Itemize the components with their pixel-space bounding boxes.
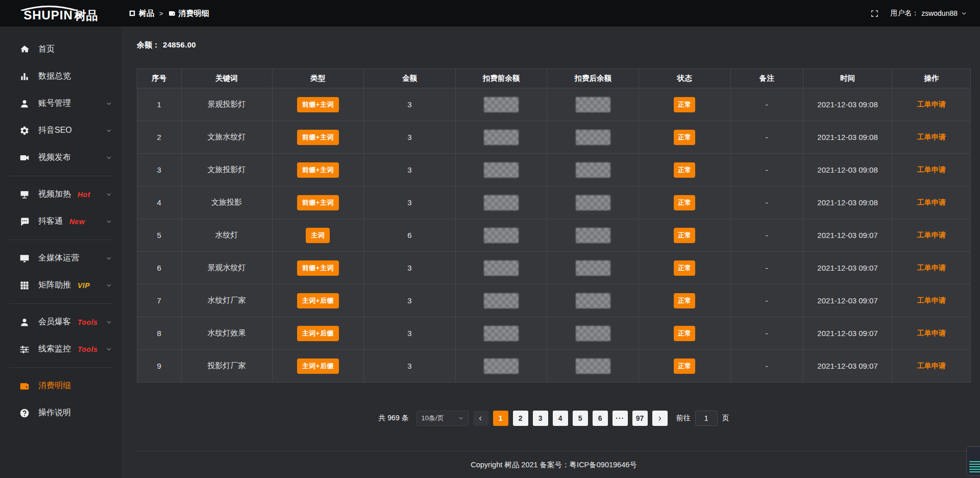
work-order-link[interactable]: 工单申请 [917,133,946,141]
sidebar-item[interactable]: 抖音SEO [0,117,121,144]
cell-status: 正常 [639,284,731,317]
page-size-value: 10条/页 [422,414,444,423]
cell-keyword: 水纹灯 [181,219,272,252]
sidebar-divider [9,176,112,176]
chevron-left-icon [478,416,483,421]
work-order-link[interactable]: 工单申请 [917,329,946,337]
goto-page-input[interactable] [695,411,718,426]
question-icon [19,408,30,418]
breadcrumb-item[interactable]: 树品 [129,9,154,18]
next-page-button[interactable] [652,411,668,426]
chevron-right-icon [657,416,663,421]
sidebar-item[interactable]: 消费明细 [0,372,121,399]
masked-balance-after [576,228,610,243]
table-row: 3文旅投影灯前缀+主词3正常-2021-12-03 09:08工单申请 [137,154,971,186]
table-row: 2文旅水纹灯前缀+主词3正常-2021-12-03 09:08工单申请 [137,121,971,154]
cell-type: 前缀+主词 [272,88,364,121]
fullscreen-icon[interactable] [870,9,879,18]
sidebar-item[interactable]: 视频发布 [0,144,121,171]
cell-time: 2021-12-03 09:08 [803,121,892,154]
more-pages-button[interactable]: ··· [612,411,628,426]
cell-time: 2021-12-03 09:08 [803,186,892,219]
chevron-down-icon [106,155,112,160]
work-order-link[interactable]: 工单申请 [917,100,946,108]
cell-action: 工单申请 [892,350,971,383]
breadcrumb-label: 消费明细 [179,9,209,18]
sidebar-item[interactable]: 视频加热Hot [0,181,121,208]
masked-balance-after [576,130,610,145]
cell-remark: - [730,154,803,186]
user-menu[interactable]: 用户名： zswodun88 [890,9,967,18]
type-badge: 主词 [306,228,330,243]
page-button[interactable]: 1 [493,411,508,426]
page-button[interactable]: 5 [573,411,588,426]
cell-type: 主词+后缀 [272,317,364,350]
widget-stripe [969,466,980,467]
type-badge: 前缀+主词 [297,260,339,276]
work-order-link[interactable]: 工单申请 [917,165,946,174]
grid-icon [19,280,30,291]
chat-widget[interactable] [966,446,980,476]
sidebar-item[interactable]: 账号管理 [0,90,121,117]
masked-balance-after [576,162,610,178]
work-order-link[interactable]: 工单申请 [917,198,946,206]
sidebar-item[interactable]: 数据总览 [0,63,121,90]
page-button[interactable]: 2 [513,411,528,426]
prev-page-button[interactable] [473,411,488,426]
masked-balance-after [576,260,610,276]
sidebar-item[interactable]: 会员爆客Tools [0,308,121,336]
chevron-down-icon [106,219,112,224]
cell-balance-before [455,219,547,252]
work-order-link[interactable]: 工单申请 [917,296,946,304]
work-order-link[interactable]: 工单申请 [917,264,946,272]
sidebar-item[interactable]: 操作说明 [0,399,121,426]
balance-label: 余额： [137,40,160,49]
cell-status: 正常 [639,317,731,350]
chevron-down-icon [961,11,967,16]
sidebar-item[interactable]: 抖客通New [0,208,121,235]
wallet-icon [168,10,176,17]
breadcrumb: 树品>消费明细 [129,9,209,18]
breadcrumb-label: 树品 [139,9,154,18]
cell-balance-before [455,154,547,186]
type-badge: 前缀+主词 [297,97,339,112]
sidebar-item-label: 抖客通 [38,216,63,227]
sidebar-item[interactable]: 全媒体运营 [0,245,121,272]
cell-time: 2021-12-03 09:07 [803,350,892,383]
sidebar-item[interactable]: 线索监控Tools [0,336,121,363]
page-button[interactable]: 3 [533,411,548,426]
cell-index: 2 [137,121,182,154]
cell-action: 工单申请 [892,186,971,219]
sidebar-item-label: 抖音SEO [38,125,72,136]
sidebar-item-label: 账号管理 [38,98,71,109]
work-order-link[interactable]: 工单申请 [917,231,946,239]
breadcrumb-item[interactable]: 消费明细 [168,9,209,18]
logo[interactable]: SHUPIN 树品 [0,0,121,27]
column-header: 类型 [272,69,364,88]
table-row: 4文旅投影前缀+主词3正常-2021-12-03 09:08工单申请 [137,186,971,219]
cell-balance-after [547,121,639,154]
masked-balance-after [576,293,610,308]
status-badge: 正常 [674,195,695,210]
sidebar-item[interactable]: 矩阵助推VIP [0,272,121,299]
sidebar-item[interactable]: 首页 [0,36,121,63]
chevron-down-icon [106,255,112,261]
pagination: 共 969 条10条/页123456···97前往页 [137,411,971,426]
cell-index: 9 [137,350,182,383]
type-badge: 主词+后缀 [297,358,339,374]
masked-balance-after [576,326,610,341]
column-header: 序号 [137,69,182,88]
page-size-select[interactable]: 10条/页 [416,411,469,426]
page-button[interactable]: 97 [632,411,648,426]
sidebar-item-label: 会员爆客 [38,317,71,327]
topbar-right: 用户名： zswodun88 [870,9,980,18]
table-row: 8水纹灯效果主词+后缀3正常-2021-12-03 09:07工单申请 [137,317,971,350]
username-value: zswodun88 [921,9,958,17]
footer: Copyright 树品 2021 备案号：粤ICP备09019646号 [137,451,971,478]
page-button[interactable]: 6 [593,411,608,426]
cell-balance-before [455,121,547,154]
page-button[interactable]: 4 [553,411,568,426]
work-order-link[interactable]: 工单申请 [917,362,946,370]
goto-page: 前往页 [672,411,729,426]
status-badge: 正常 [674,130,695,145]
